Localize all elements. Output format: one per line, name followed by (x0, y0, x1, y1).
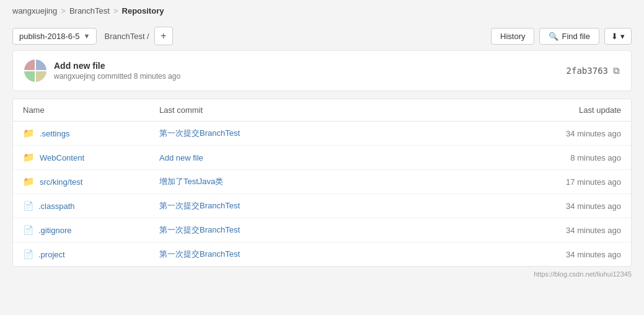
file-name-cell: 📁 src/king/test (13, 170, 149, 194)
breadcrumb-sep-2: > (113, 6, 118, 16)
col-header-name: Name (13, 99, 149, 122)
last-update-cell: 34 minutes ago (425, 242, 631, 267)
branch-name: publish-2018-6-5 (19, 32, 80, 41)
file-name-cell: 📁 WebContent (13, 146, 149, 170)
commit-message-cell: 第一次提交BranchTest (149, 218, 425, 242)
breadcrumb-link-repo[interactable]: BranchTest (69, 6, 110, 16)
find-file-label: Find file (562, 32, 590, 41)
folder-icon: 📁 (23, 152, 35, 163)
col-header-commit: Last commit (149, 99, 425, 122)
commit-title: Add new file (54, 61, 559, 71)
file-name-cell: 📄 .gitignore (13, 218, 149, 242)
file-table-wrapper: Name Last commit Last update 📁 .settings… (12, 99, 632, 267)
folder-icon: 📁 (23, 128, 35, 139)
breadcrumb-sep-1: > (61, 6, 66, 16)
folder-icon: 📁 (23, 176, 35, 187)
chevron-down-icon: ▼ (84, 32, 90, 40)
breadcrumb-current: Repository (122, 6, 164, 16)
table-row: 📁 .settings 第一次提交BranchTest 34 minutes a… (13, 122, 631, 146)
commit-meta: wangxuejing committed 8 minutes ago (54, 72, 559, 81)
download-button[interactable]: ⬇ ▾ (604, 28, 632, 45)
commit-message-cell: 第一次提交BranchTest (149, 194, 425, 218)
file-name-cell: 📄 .project (13, 242, 149, 267)
commit-info-box: Add new file wangxuejing committed 8 min… (12, 50, 632, 91)
table-row: 📄 .classpath 第一次提交BranchTest 34 minutes … (13, 194, 631, 218)
add-file-button[interactable]: + (154, 27, 173, 45)
commit-link[interactable]: 第一次提交BranchTest (159, 201, 240, 210)
commit-message-cell: Add new file (149, 146, 425, 170)
avatar (24, 60, 46, 82)
last-update-cell: 34 minutes ago (425, 194, 631, 218)
history-button[interactable]: History (491, 28, 534, 45)
toolbar: publish-2018-6-5 ▼ BranchTest / + Histor… (0, 22, 644, 50)
commit-link[interactable]: 第一次提交BranchTest (159, 225, 240, 234)
path-label: BranchTest / (104, 32, 149, 41)
watermark: https://blog.csdn.net/liuhui12345 (0, 267, 644, 278)
file-link[interactable]: WebContent (40, 153, 84, 162)
file-link[interactable]: .classpath (38, 202, 75, 211)
search-icon: 🔍 (549, 32, 558, 41)
dropdown-arrow-icon: ▾ (620, 32, 625, 41)
file-link[interactable]: .gitignore (38, 226, 71, 235)
file-icon: 📄 (23, 201, 33, 211)
commit-link[interactable]: Add new file (159, 153, 203, 162)
table-row: 📁 WebContent Add new file 8 minutes ago (13, 146, 631, 170)
last-update-cell: 34 minutes ago (425, 122, 631, 146)
breadcrumb-link-user[interactable]: wangxuejing (12, 6, 57, 16)
commit-message-cell: 第一次提交BranchTest (149, 122, 425, 146)
table-row: 📁 src/king/test 增加了TestJava类 17 minutes … (13, 170, 631, 194)
file-table: Name Last commit Last update 📁 .settings… (13, 99, 631, 266)
commit-hash-text: 2fab3763 (567, 66, 608, 76)
commit-hash-area: 2fab3763 ⧉ (567, 65, 620, 76)
copy-icon[interactable]: ⧉ (613, 65, 620, 76)
file-icon: 📄 (23, 249, 33, 259)
file-icon: 📄 (23, 225, 33, 235)
file-link[interactable]: src/king/test (40, 177, 82, 187)
file-link[interactable]: .project (38, 250, 65, 259)
file-link[interactable]: .settings (40, 129, 69, 138)
download-icon: ⬇ (611, 32, 618, 41)
commit-message-cell: 增加了TestJava类 (149, 170, 425, 194)
table-header-row: Name Last commit Last update (13, 99, 631, 122)
commit-link[interactable]: 增加了TestJava类 (159, 177, 223, 186)
page-wrapper: wangxuejing > BranchTest > Repository pu… (0, 0, 644, 315)
commit-link[interactable]: 第一次提交BranchTest (159, 249, 240, 259)
last-update-cell: 34 minutes ago (425, 218, 631, 242)
file-name-cell: 📁 .settings (13, 122, 149, 146)
commit-info: Add new file wangxuejing committed 8 min… (54, 61, 559, 81)
branch-selector[interactable]: publish-2018-6-5 ▼ (12, 28, 97, 45)
file-name-cell: 📄 .classpath (13, 194, 149, 218)
find-file-button[interactable]: 🔍 Find file (539, 28, 599, 45)
commit-message-cell: 第一次提交BranchTest (149, 242, 425, 267)
last-update-cell: 17 minutes ago (425, 170, 631, 194)
commit-link[interactable]: 第一次提交BranchTest (159, 128, 240, 138)
breadcrumb: wangxuejing > BranchTest > Repository (0, 0, 644, 22)
col-header-update: Last update (425, 99, 631, 122)
table-row: 📄 .project 第一次提交BranchTest 34 minutes ag… (13, 242, 631, 267)
table-row: 📄 .gitignore 第一次提交BranchTest 34 minutes … (13, 218, 631, 242)
last-update-cell: 8 minutes ago (425, 146, 631, 170)
